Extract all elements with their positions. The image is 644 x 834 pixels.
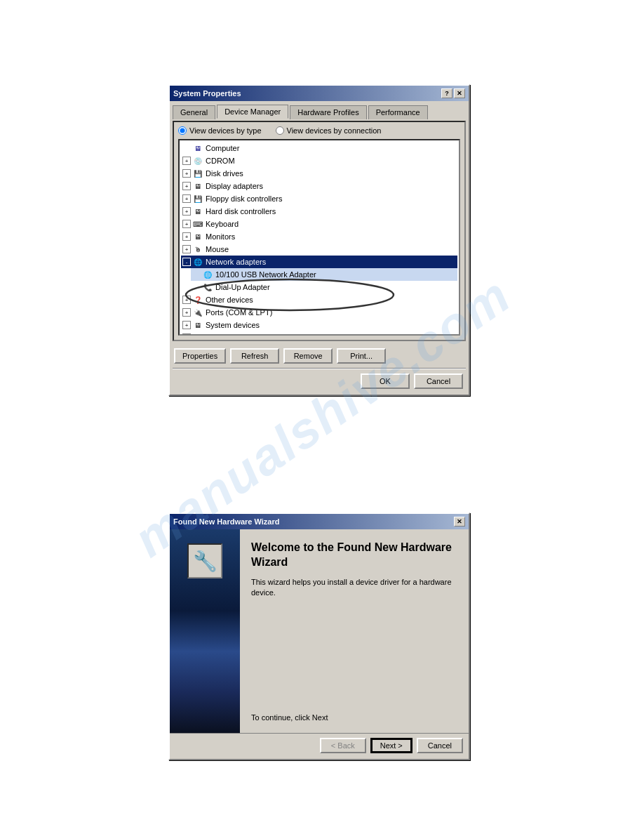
next-button[interactable]: Next > bbox=[370, 738, 412, 753]
device-tree[interactable]: 🖥 Computer + 💿 CDROM + 💾 Disk drives + 🖥… bbox=[178, 139, 460, 336]
tab-general[interactable]: General bbox=[173, 105, 215, 119]
tab-bar: General Device Manager Hardware Profiles… bbox=[170, 101, 469, 118]
cdrom-label: CDROM bbox=[206, 157, 235, 165]
tree-item-keyboard[interactable]: + ⌨ Keyboard bbox=[181, 218, 457, 230]
other-icon: ❓ bbox=[192, 294, 203, 305]
tree-item-usb-controller[interactable]: + 🔌 Universal serial bus controller bbox=[181, 331, 457, 336]
usb-adapter-label: 10/100 USB Network Adapter bbox=[215, 270, 316, 279]
keyboard-icon: ⌨ bbox=[192, 218, 203, 230]
close-button[interactable]: ✕ bbox=[454, 88, 465, 98]
usb-adapter-icon: 🌐 bbox=[202, 269, 213, 280]
dialup-label: Dial-Up Adapter bbox=[215, 283, 270, 291]
wizard-dialog-title: Found New Hardware Wizard bbox=[173, 517, 279, 526]
print-button[interactable]: Print... bbox=[337, 348, 386, 364]
computer-icon: 🖥 bbox=[192, 143, 203, 154]
ports-expand[interactable]: + bbox=[182, 308, 191, 317]
tree-item-ports[interactable]: + 🔌 Ports (COM & LPT) bbox=[181, 306, 457, 319]
tab-hardware-profiles[interactable]: Hardware Profiles bbox=[290, 105, 366, 119]
found-new-hardware-wizard-dialog: Found New Hardware Wizard ✕ 🔧 Welcome to… bbox=[168, 512, 470, 760]
separator bbox=[173, 368, 466, 369]
wizard-right-panel: Welcome to the Found New Hardware Wizard… bbox=[240, 529, 469, 733]
hard-disk-label: Hard disk controllers bbox=[206, 207, 276, 216]
other-expand[interactable]: + bbox=[182, 296, 191, 304]
tree-item-disk-drives[interactable]: + 💾 Disk drives bbox=[181, 167, 457, 180]
radio-by-connection-label: View devices by connection bbox=[287, 126, 382, 135]
mouse-expand[interactable]: + bbox=[182, 245, 191, 253]
tree-item-dialup[interactable]: 📞 Dial-Up Adapter bbox=[191, 281, 457, 293]
radio-by-type[interactable]: View devices by type bbox=[178, 126, 262, 135]
tree-item-network-adapters[interactable]: - 🌐 Network adapters bbox=[181, 256, 457, 268]
monitors-icon: 🖥 bbox=[192, 231, 203, 242]
system-icon: 🖥 bbox=[192, 319, 203, 331]
other-label: Other devices bbox=[206, 296, 253, 304]
tree-item-usb-adapter[interactable]: 🌐 10/100 USB Network Adapter bbox=[191, 268, 457, 281]
disk-drives-icon: 💾 bbox=[192, 168, 203, 179]
wizard-continue-text: To continue, click Next bbox=[251, 713, 457, 727]
mouse-label: Mouse bbox=[206, 245, 229, 253]
tree-item-monitors[interactable]: + 🖥 Monitors bbox=[181, 230, 457, 243]
properties-button[interactable]: Properties bbox=[174, 348, 226, 364]
radio-by-type-input[interactable] bbox=[178, 126, 187, 135]
hard-disk-expand[interactable]: + bbox=[182, 207, 191, 216]
cancel-button[interactable]: Cancel bbox=[414, 373, 463, 389]
floppy-label: Floppy disk controllers bbox=[206, 194, 282, 203]
tree-item-hard-disk[interactable]: + 🖥 Hard disk controllers bbox=[181, 205, 457, 218]
tree-item-other-devices[interactable]: + ❓ Other devices bbox=[181, 293, 457, 306]
floppy-icon: 💾 bbox=[192, 193, 203, 204]
wizard-button-row: < Back Next > Cancel bbox=[170, 733, 469, 759]
keyboard-expand[interactable]: + bbox=[182, 220, 191, 228]
wizard-cancel-button[interactable]: Cancel bbox=[417, 738, 463, 753]
wizard-body: 🔧 Welcome to the Found New Hardware Wiza… bbox=[170, 529, 469, 733]
usb-icon: 🔌 bbox=[192, 332, 203, 336]
usb-expand[interactable]: + bbox=[182, 333, 191, 336]
radio-by-type-label: View devices by type bbox=[189, 126, 262, 135]
disk-drives-label: Disk drives bbox=[206, 169, 243, 178]
hard-disk-icon: 🖥 bbox=[192, 206, 203, 217]
tab-performance[interactable]: Performance bbox=[368, 105, 428, 119]
tab-device-manager[interactable]: Device Manager bbox=[217, 105, 288, 119]
wizard-heading: Welcome to the Found New Hardware Wizard bbox=[251, 541, 457, 570]
system-properties-dialog: System Properties ? ✕ General Device Man… bbox=[168, 84, 470, 396]
computer-label: Computer bbox=[206, 144, 239, 152]
tree-item-floppy[interactable]: + 💾 Floppy disk controllers bbox=[181, 192, 457, 205]
tree-item-mouse[interactable]: + 🖱 Mouse bbox=[181, 243, 457, 256]
cdrom-expand[interactable]: + bbox=[182, 157, 191, 165]
keyboard-label: Keyboard bbox=[206, 220, 239, 228]
view-options-row: View devices by type View devices by con… bbox=[178, 126, 460, 135]
network-expand[interactable]: - bbox=[182, 258, 191, 266]
wizard-left-panel: 🔧 bbox=[170, 529, 240, 733]
action-buttons-row: Properties Refresh Remove Print... bbox=[170, 344, 469, 366]
help-button[interactable]: ? bbox=[441, 88, 452, 98]
radio-by-connection-input[interactable] bbox=[276, 126, 284, 135]
wizard-icon-box: 🔧 bbox=[187, 543, 222, 578]
tree-item-system-devices[interactable]: + 🖥 System devices bbox=[181, 319, 457, 331]
wizard-description: This wizard helps you install a device d… bbox=[251, 577, 457, 713]
tree-item-computer[interactable]: 🖥 Computer bbox=[181, 142, 457, 154]
system-label: System devices bbox=[206, 321, 260, 329]
monitors-expand[interactable]: + bbox=[182, 232, 191, 241]
mouse-icon: 🖱 bbox=[192, 244, 203, 255]
display-label: Display adapters bbox=[206, 182, 263, 190]
cdrom-icon: 💿 bbox=[192, 155, 203, 166]
dialog-title: System Properties bbox=[173, 89, 241, 98]
wizard-title-bar: Found New Hardware Wizard ✕ bbox=[170, 514, 469, 529]
disk-drives-expand[interactable]: + bbox=[182, 169, 191, 178]
wizard-title-controls: ✕ bbox=[454, 517, 465, 527]
dialog-content-area: View devices by type View devices by con… bbox=[173, 121, 466, 341]
display-expand[interactable]: + bbox=[182, 182, 191, 190]
usb-label: Universal serial bus controller bbox=[206, 333, 307, 336]
title-bar-controls: ? ✕ bbox=[441, 88, 465, 98]
ok-button[interactable]: OK bbox=[361, 373, 410, 389]
wizard-hardware-icon: 🔧 bbox=[193, 550, 217, 573]
back-button[interactable]: < Back bbox=[320, 738, 366, 753]
tree-item-display-adapters[interactable]: + 🖥 Display adapters bbox=[181, 180, 457, 192]
system-expand[interactable]: + bbox=[182, 321, 191, 329]
tree-item-cdrom[interactable]: + 💿 CDROM bbox=[181, 154, 457, 167]
floppy-expand[interactable]: + bbox=[182, 194, 191, 203]
refresh-button[interactable]: Refresh bbox=[230, 348, 279, 364]
network-icon: 🌐 bbox=[192, 256, 203, 267]
radio-by-connection[interactable]: View devices by connection bbox=[276, 126, 382, 135]
wizard-close-button[interactable]: ✕ bbox=[454, 517, 465, 527]
remove-button[interactable]: Remove bbox=[283, 348, 333, 364]
ok-cancel-row: OK Cancel bbox=[170, 371, 469, 395]
